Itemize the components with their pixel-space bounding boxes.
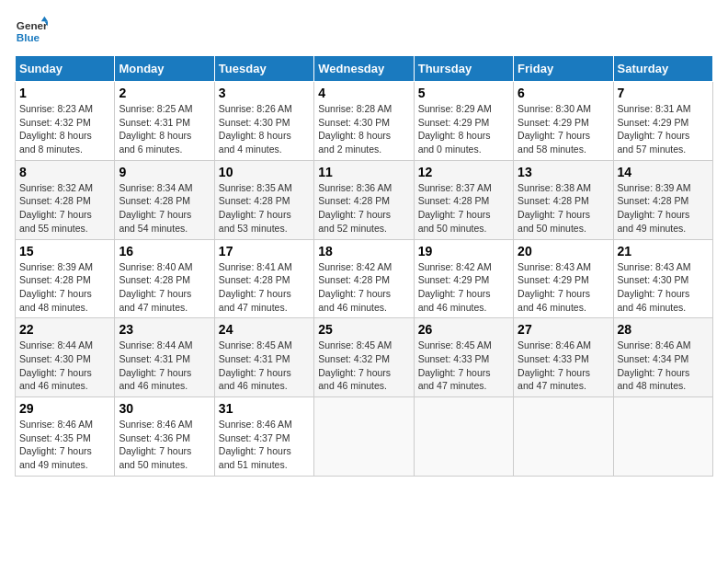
calendar-cell: 23Sunrise: 8:44 AM Sunset: 4:31 PM Dayli… (115, 318, 214, 397)
calendar-cell: 6Sunrise: 8:30 AM Sunset: 4:29 PM Daylig… (514, 82, 613, 161)
calendar-cell: 27Sunrise: 8:46 AM Sunset: 4:33 PM Dayli… (514, 318, 613, 397)
day-number: 30 (119, 401, 210, 416)
day-info: Sunrise: 8:46 AM Sunset: 4:36 PM Dayligh… (119, 418, 210, 472)
day-info: Sunrise: 8:43 AM Sunset: 4:30 PM Dayligh… (618, 260, 709, 315)
day-number: 16 (119, 244, 210, 259)
day-number: 21 (618, 244, 709, 259)
day-number: 10 (219, 165, 310, 179)
calendar-cell: 17Sunrise: 8:41 AM Sunset: 4:28 PM Dayli… (214, 239, 313, 318)
day-info: Sunrise: 8:35 AM Sunset: 4:28 PM Dayligh… (219, 181, 310, 236)
calendar-cell: 22Sunrise: 8:44 AM Sunset: 4:30 PM Dayli… (16, 318, 115, 397)
svg-text:Blue: Blue (17, 31, 40, 43)
calendar-cell: 29Sunrise: 8:46 AM Sunset: 4:35 PM Dayli… (16, 397, 115, 477)
day-info: Sunrise: 8:39 AM Sunset: 4:28 PM Dayligh… (618, 181, 709, 236)
weekday-header-row: SundayMondayTuesdayWednesdayThursdayFrid… (16, 56, 713, 82)
day-number: 29 (19, 401, 110, 416)
calendar-cell: 10Sunrise: 8:35 AM Sunset: 4:28 PM Dayli… (214, 160, 313, 239)
calendar-cell: 5Sunrise: 8:29 AM Sunset: 4:29 PM Daylig… (414, 82, 513, 161)
week-row-2: 8Sunrise: 8:32 AM Sunset: 4:28 PM Daylig… (16, 160, 713, 239)
week-row-5: 29Sunrise: 8:46 AM Sunset: 4:35 PM Dayli… (16, 397, 713, 477)
day-info: Sunrise: 8:44 AM Sunset: 4:30 PM Dayligh… (19, 339, 110, 393)
day-info: Sunrise: 8:42 AM Sunset: 4:29 PM Dayligh… (418, 260, 509, 315)
day-number: 5 (418, 86, 509, 100)
calendar-cell (414, 397, 513, 477)
day-info: Sunrise: 8:45 AM Sunset: 4:33 PM Dayligh… (418, 339, 509, 393)
calendar-cell: 2Sunrise: 8:25 AM Sunset: 4:31 PM Daylig… (115, 82, 214, 161)
day-info: Sunrise: 8:26 AM Sunset: 4:30 PM Dayligh… (219, 102, 310, 156)
calendar-cell: 15Sunrise: 8:39 AM Sunset: 4:28 PM Dayli… (16, 239, 115, 318)
calendar-cell: 21Sunrise: 8:43 AM Sunset: 4:30 PM Dayli… (613, 239, 712, 318)
day-info: Sunrise: 8:36 AM Sunset: 4:28 PM Dayligh… (318, 181, 409, 236)
calendar-cell: 30Sunrise: 8:46 AM Sunset: 4:36 PM Dayli… (115, 397, 214, 477)
day-info: Sunrise: 8:38 AM Sunset: 4:28 PM Dayligh… (518, 181, 609, 236)
day-number: 2 (119, 86, 210, 100)
day-info: Sunrise: 8:46 AM Sunset: 4:35 PM Dayligh… (19, 418, 110, 472)
day-info: Sunrise: 8:41 AM Sunset: 4:28 PM Dayligh… (219, 260, 310, 315)
day-info: Sunrise: 8:45 AM Sunset: 4:31 PM Dayligh… (219, 339, 310, 393)
day-info: Sunrise: 8:43 AM Sunset: 4:29 PM Dayligh… (518, 260, 609, 315)
week-row-4: 22Sunrise: 8:44 AM Sunset: 4:30 PM Dayli… (16, 318, 713, 397)
week-row-1: 1Sunrise: 8:23 AM Sunset: 4:32 PM Daylig… (16, 82, 713, 161)
calendar-cell: 9Sunrise: 8:34 AM Sunset: 4:28 PM Daylig… (115, 160, 214, 239)
logo-icon: General Blue (15, 15, 48, 48)
calendar-cell: 12Sunrise: 8:37 AM Sunset: 4:28 PM Dayli… (414, 160, 513, 239)
day-number: 24 (219, 322, 310, 337)
calendar-cell: 1Sunrise: 8:23 AM Sunset: 4:32 PM Daylig… (16, 82, 115, 161)
calendar-cell (514, 397, 613, 477)
day-number: 23 (119, 322, 210, 337)
day-number: 20 (518, 244, 609, 259)
day-number: 4 (318, 86, 409, 100)
calendar-cell: 28Sunrise: 8:46 AM Sunset: 4:34 PM Dayli… (613, 318, 712, 397)
weekday-header-tuesday: Tuesday (214, 56, 313, 82)
day-number: 17 (219, 244, 310, 259)
weekday-header-thursday: Thursday (414, 56, 513, 82)
day-number: 19 (418, 244, 509, 259)
weekday-header-friday: Friday (514, 56, 613, 82)
day-number: 9 (119, 165, 210, 179)
header: General Blue (15, 15, 713, 48)
day-info: Sunrise: 8:31 AM Sunset: 4:29 PM Dayligh… (618, 102, 709, 156)
day-number: 3 (219, 86, 310, 100)
logo: General Blue (15, 15, 48, 48)
day-number: 31 (219, 401, 310, 416)
day-number: 15 (19, 244, 110, 259)
day-info: Sunrise: 8:40 AM Sunset: 4:28 PM Dayligh… (119, 260, 210, 315)
day-number: 13 (518, 165, 609, 179)
weekday-header-wednesday: Wednesday (314, 56, 414, 82)
day-number: 28 (618, 322, 709, 337)
week-row-3: 15Sunrise: 8:39 AM Sunset: 4:28 PM Dayli… (16, 239, 713, 318)
day-info: Sunrise: 8:45 AM Sunset: 4:32 PM Dayligh… (318, 339, 409, 393)
day-info: Sunrise: 8:46 AM Sunset: 4:37 PM Dayligh… (219, 418, 310, 472)
calendar-cell: 20Sunrise: 8:43 AM Sunset: 4:29 PM Dayli… (514, 239, 613, 318)
calendar-table: SundayMondayTuesdayWednesdayThursdayFrid… (15, 55, 713, 477)
weekday-header-sunday: Sunday (16, 56, 115, 82)
day-number: 14 (618, 165, 709, 179)
day-number: 27 (518, 322, 609, 337)
day-info: Sunrise: 8:37 AM Sunset: 4:28 PM Dayligh… (418, 181, 509, 236)
day-info: Sunrise: 8:39 AM Sunset: 4:28 PM Dayligh… (19, 260, 110, 315)
day-number: 18 (318, 244, 409, 259)
calendar-cell (314, 397, 414, 477)
day-info: Sunrise: 8:32 AM Sunset: 4:28 PM Dayligh… (19, 181, 110, 236)
day-number: 1 (19, 86, 110, 100)
day-number: 8 (19, 165, 110, 179)
calendar-cell: 11Sunrise: 8:36 AM Sunset: 4:28 PM Dayli… (314, 160, 414, 239)
day-info: Sunrise: 8:29 AM Sunset: 4:29 PM Dayligh… (418, 102, 509, 156)
day-info: Sunrise: 8:23 AM Sunset: 4:32 PM Dayligh… (19, 102, 110, 156)
calendar-cell: 3Sunrise: 8:26 AM Sunset: 4:30 PM Daylig… (214, 82, 313, 161)
calendar-cell: 19Sunrise: 8:42 AM Sunset: 4:29 PM Dayli… (414, 239, 513, 318)
day-info: Sunrise: 8:42 AM Sunset: 4:28 PM Dayligh… (318, 260, 409, 315)
day-number: 26 (418, 322, 509, 337)
day-info: Sunrise: 8:30 AM Sunset: 4:29 PM Dayligh… (518, 102, 609, 156)
calendar-cell: 25Sunrise: 8:45 AM Sunset: 4:32 PM Dayli… (314, 318, 414, 397)
calendar-cell: 13Sunrise: 8:38 AM Sunset: 4:28 PM Dayli… (514, 160, 613, 239)
calendar-cell: 14Sunrise: 8:39 AM Sunset: 4:28 PM Dayli… (613, 160, 712, 239)
calendar-cell: 18Sunrise: 8:42 AM Sunset: 4:28 PM Dayli… (314, 239, 414, 318)
day-number: 11 (318, 165, 409, 179)
day-number: 6 (518, 86, 609, 100)
day-info: Sunrise: 8:28 AM Sunset: 4:30 PM Dayligh… (318, 102, 409, 156)
calendar-cell: 7Sunrise: 8:31 AM Sunset: 4:29 PM Daylig… (613, 82, 712, 161)
weekday-header-saturday: Saturday (613, 56, 712, 82)
day-number: 7 (618, 86, 709, 100)
weekday-header-monday: Monday (115, 56, 214, 82)
